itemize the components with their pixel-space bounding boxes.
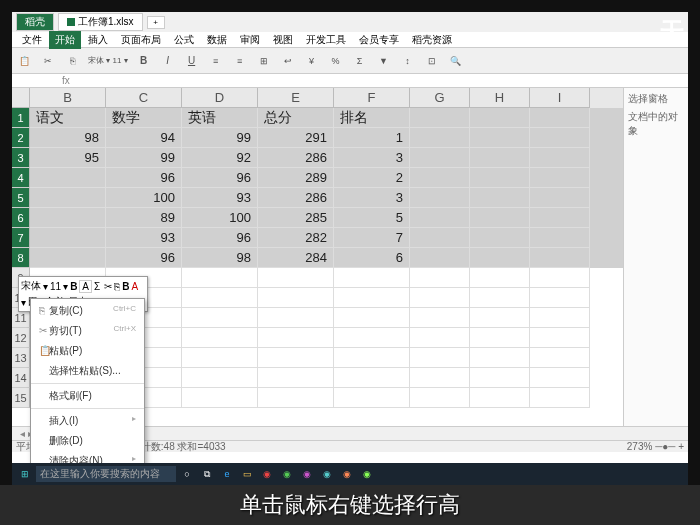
cell[interactable]: 92	[182, 148, 258, 168]
tab-home[interactable]: 稻壳	[16, 13, 54, 31]
cell[interactable]	[410, 168, 470, 188]
cell[interactable]	[334, 348, 410, 368]
cell[interactable]	[182, 368, 258, 388]
cell[interactable]: 289	[258, 168, 334, 188]
currency-icon[interactable]: ¥	[304, 53, 320, 69]
cell[interactable]	[182, 288, 258, 308]
cell[interactable]: 282	[258, 228, 334, 248]
context-menu-item[interactable]: 插入(I)▸	[31, 411, 144, 431]
cell[interactable]: 94	[106, 128, 182, 148]
cell[interactable]	[410, 388, 470, 408]
cell[interactable]	[182, 388, 258, 408]
format-icon[interactable]: ⊡	[424, 53, 440, 69]
column-header[interactable]: D	[182, 88, 258, 108]
cell[interactable]	[258, 268, 334, 288]
cut-icon[interactable]: ✂	[40, 53, 56, 69]
cell[interactable]	[530, 368, 590, 388]
cell[interactable]	[30, 188, 106, 208]
cell[interactable]	[470, 308, 530, 328]
column-header[interactable]: F	[334, 88, 410, 108]
align-left-icon[interactable]: ≡	[208, 53, 224, 69]
cell[interactable]: 285	[258, 208, 334, 228]
row-header[interactable]: 12	[12, 328, 30, 348]
tab-add[interactable]: +	[147, 16, 165, 29]
cell[interactable]	[530, 348, 590, 368]
cell[interactable]: 95	[30, 148, 106, 168]
context-menu-item[interactable]: 选择性粘贴(S)...	[31, 361, 144, 381]
cell[interactable]	[410, 148, 470, 168]
cell[interactable]	[470, 168, 530, 188]
cell[interactable]	[470, 188, 530, 208]
select-all-corner[interactable]	[12, 88, 30, 108]
cell[interactable]	[410, 268, 470, 288]
row-header[interactable]: 8	[12, 248, 30, 268]
ribbon-tab[interactable]: 插入	[82, 31, 114, 49]
sum-icon[interactable]: Σ	[352, 53, 368, 69]
cell[interactable]	[258, 328, 334, 348]
cell[interactable]	[470, 208, 530, 228]
ribbon-tab[interactable]: 开始	[49, 31, 81, 49]
cell[interactable]	[530, 188, 590, 208]
formula-bar[interactable]: fx	[12, 74, 688, 88]
cell[interactable]	[410, 228, 470, 248]
app-icon[interactable]: ◉	[318, 465, 336, 483]
cell[interactable]	[182, 308, 258, 328]
cell[interactable]: 5	[334, 208, 410, 228]
row-header[interactable]: 2	[12, 128, 30, 148]
ribbon-tab[interactable]: 文件	[16, 31, 48, 49]
percent-icon[interactable]: %	[328, 53, 344, 69]
ribbon-tab[interactable]: 审阅	[234, 31, 266, 49]
sort-icon[interactable]: ↕	[400, 53, 416, 69]
cell[interactable]: 286	[258, 188, 334, 208]
cell[interactable]	[530, 128, 590, 148]
paste-icon[interactable]: 📋	[16, 53, 32, 69]
cell[interactable]	[334, 368, 410, 388]
cell[interactable]	[530, 288, 590, 308]
cell[interactable]: 3	[334, 148, 410, 168]
tab-file[interactable]: 工作簿1.xlsx	[58, 13, 143, 31]
cell[interactable]	[30, 248, 106, 268]
cell[interactable]: 286	[258, 148, 334, 168]
cell[interactable]: 排名	[334, 108, 410, 128]
cell[interactable]	[334, 388, 410, 408]
app-icon[interactable]: ◉	[258, 465, 276, 483]
cell[interactable]	[258, 308, 334, 328]
cell[interactable]	[470, 108, 530, 128]
cell[interactable]	[530, 108, 590, 128]
cell[interactable]: 3	[334, 188, 410, 208]
fx-icon[interactable]: fx	[56, 75, 76, 86]
cell[interactable]	[334, 328, 410, 348]
cell[interactable]	[470, 288, 530, 308]
cell[interactable]: 100	[106, 188, 182, 208]
cell[interactable]	[410, 128, 470, 148]
cell[interactable]: 7	[334, 228, 410, 248]
cell[interactable]: 96	[106, 248, 182, 268]
cell[interactable]	[334, 308, 410, 328]
wrap-icon[interactable]: ↩	[280, 53, 296, 69]
column-header[interactable]: I	[530, 88, 590, 108]
find-icon[interactable]: 🔍	[448, 53, 464, 69]
cell[interactable]	[410, 308, 470, 328]
cell[interactable]	[530, 148, 590, 168]
cell[interactable]: 291	[258, 128, 334, 148]
cell[interactable]	[410, 328, 470, 348]
column-header[interactable]: C	[106, 88, 182, 108]
column-header[interactable]: B	[30, 88, 106, 108]
cell[interactable]	[182, 328, 258, 348]
app-icon[interactable]: ◉	[338, 465, 356, 483]
cell[interactable]: 98	[182, 248, 258, 268]
cell[interactable]	[470, 268, 530, 288]
cell[interactable]	[30, 228, 106, 248]
cell[interactable]	[470, 228, 530, 248]
cell[interactable]	[470, 328, 530, 348]
context-menu-item[interactable]: 📋粘贴(P)	[31, 341, 144, 361]
cell[interactable]	[182, 268, 258, 288]
cell[interactable]	[258, 388, 334, 408]
cell[interactable]	[258, 368, 334, 388]
cell[interactable]: 总分	[258, 108, 334, 128]
cell[interactable]	[530, 228, 590, 248]
cell[interactable]: 语文	[30, 108, 106, 128]
cell[interactable]	[530, 328, 590, 348]
cell[interactable]	[334, 268, 410, 288]
cell[interactable]	[334, 288, 410, 308]
